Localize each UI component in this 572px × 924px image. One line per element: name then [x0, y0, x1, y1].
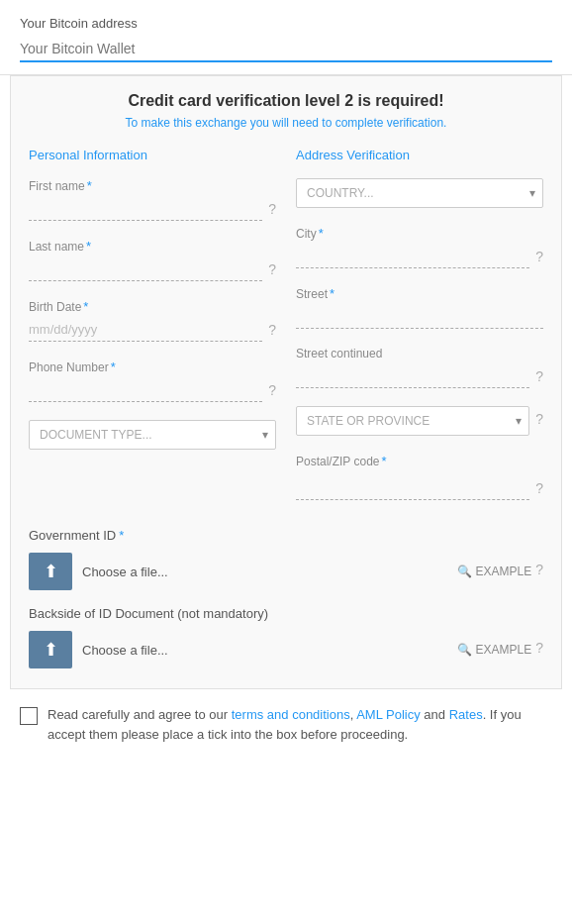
verification-title: Credit card verification level 2 is requ…: [29, 92, 543, 110]
street-input[interactable]: [296, 305, 543, 329]
postal-code-input[interactable]: [296, 476, 529, 500]
backside-id-example-link[interactable]: EXAMPLE: [476, 643, 532, 657]
first-name-help-icon[interactable]: ?: [268, 201, 276, 217]
country-field: COUNTRY... United States United Kingdom …: [296, 178, 543, 208]
agree-checkbox[interactable]: [20, 707, 38, 725]
street-continued-field: Street continued ?: [296, 347, 543, 388]
backside-upload-icon: ⬆: [44, 639, 58, 661]
birth-date-field: Birth Date* ?: [29, 299, 276, 342]
state-province-field: STATE OR PROVINCE Alabama Alaska Arizona…: [296, 406, 543, 436]
government-id-label: Government ID*: [29, 528, 543, 543]
birth-date-input[interactable]: [29, 318, 262, 342]
government-id-search-icon: 🔍: [457, 565, 472, 578]
document-type-field: DOCUMENT TYPE... Passport Driver's Licen…: [29, 420, 276, 450]
government-id-choose-file-label: Choose a file...: [82, 565, 447, 579]
phone-number-help-icon[interactable]: ?: [268, 382, 276, 398]
personal-info-title: Personal Information: [29, 148, 276, 162]
street-continued-input[interactable]: [296, 364, 529, 388]
government-id-help-icon[interactable]: ?: [535, 562, 543, 577]
upload-icon: ⬆: [44, 561, 58, 582]
first-name-input[interactable]: [29, 197, 262, 221]
backside-id-help-icon[interactable]: ?: [535, 640, 543, 656]
postal-code-help-icon[interactable]: ?: [535, 480, 543, 496]
street-field: Street*: [296, 286, 543, 329]
city-field: City* ?: [296, 226, 543, 268]
city-help-icon[interactable]: ?: [535, 249, 543, 264]
city-input[interactable]: [296, 245, 529, 268]
country-select[interactable]: COUNTRY... United States United Kingdom …: [296, 178, 543, 208]
terms-conditions-link[interactable]: terms and conditions: [232, 707, 350, 722]
phone-number-label: Phone Number*: [29, 359, 276, 374]
phone-number-field: Phone Number* ?: [29, 359, 276, 402]
phone-number-input[interactable]: [29, 378, 262, 402]
postal-code-label: Postal/ZIP code*: [296, 454, 543, 468]
aml-policy-link[interactable]: AML Policy: [356, 707, 421, 722]
last-name-label: Last name*: [29, 239, 276, 254]
backside-id-upload-button[interactable]: ⬆: [29, 631, 72, 668]
government-id-upload-row: ⬆ Choose a file... 🔍 EXAMPLE ?: [29, 553, 543, 590]
first-name-label: First name*: [29, 178, 276, 193]
backside-id-choose-file-label: Choose a file...: [82, 643, 447, 658]
agreement-section: Read carefully and agree to our terms an…: [0, 689, 572, 760]
agree-text: Read carefully and agree to our terms an…: [48, 705, 552, 744]
address-verification-title: Address Verification: [296, 148, 543, 162]
backside-id-search-icon: 🔍: [457, 643, 472, 657]
street-continued-label: Street continued: [296, 347, 543, 360]
birth-date-label: Birth Date*: [29, 299, 276, 314]
verification-subtitle: To make this exchange you will need to c…: [29, 116, 543, 130]
document-type-select[interactable]: DOCUMENT TYPE... Passport Driver's Licen…: [29, 420, 276, 450]
street-continued-help-icon[interactable]: ?: [535, 368, 543, 384]
postal-code-field: Postal/ZIP code* ?: [296, 454, 543, 500]
last-name-help-icon[interactable]: ?: [268, 261, 276, 277]
last-name-input[interactable]: [29, 257, 262, 281]
backside-id-label: Backside of ID Document (not mandatory): [29, 606, 543, 621]
backside-id-upload-row: ⬆ Choose a file... 🔍 EXAMPLE ?: [29, 631, 543, 668]
bitcoin-label: Your Bitcoin address: [20, 16, 552, 31]
first-name-field: First name* ?: [29, 178, 276, 221]
bitcoin-input[interactable]: [20, 37, 552, 62]
state-province-select[interactable]: STATE OR PROVINCE Alabama Alaska Arizona…: [296, 406, 529, 436]
street-label: Street*: [296, 286, 543, 301]
city-label: City*: [296, 226, 543, 241]
state-province-help-icon[interactable]: ?: [535, 411, 543, 427]
rates-link[interactable]: Rates: [449, 707, 483, 722]
government-id-example-link[interactable]: EXAMPLE: [476, 565, 532, 578]
last-name-field: Last name* ?: [29, 239, 276, 281]
government-id-upload-button[interactable]: ⬆: [29, 553, 72, 590]
birth-date-help-icon[interactable]: ?: [268, 322, 276, 338]
